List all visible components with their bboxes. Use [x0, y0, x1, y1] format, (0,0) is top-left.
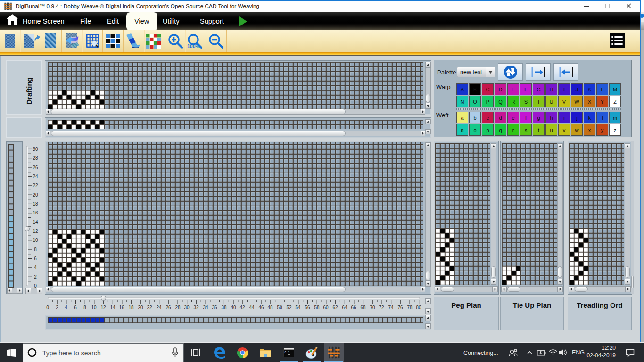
- svg-text:C:\: C:\: [285, 351, 290, 354]
- svg-text:100%: 100%: [187, 43, 200, 49]
